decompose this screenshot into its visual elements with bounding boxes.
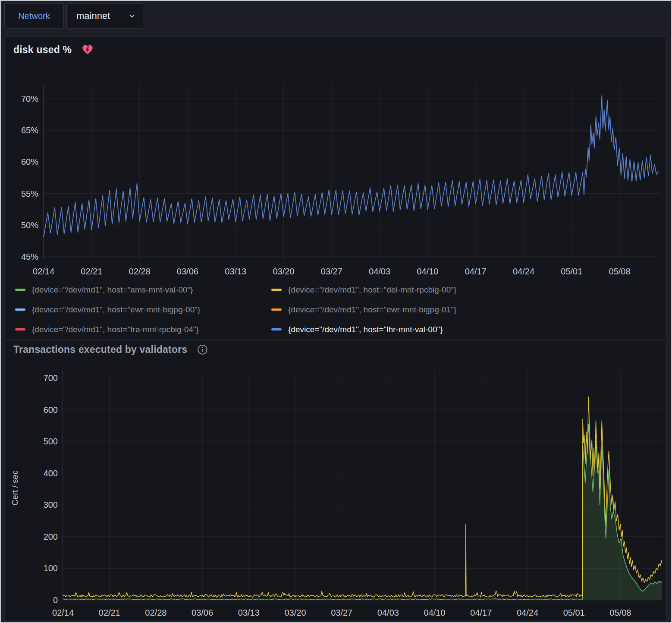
legend-item[interactable]: {device="/dev/md1", host="lhr-mnt-val-00… (271, 322, 456, 337)
legend-item[interactable]: {device="/dev/md1", host="ams-mnt-val-00… (15, 283, 271, 297)
x-tick-label: 02/21 (81, 267, 102, 276)
x-tick-label: 05/08 (609, 608, 631, 617)
y-tick-label: 100 (44, 563, 58, 573)
x-tick-label: 04/03 (377, 608, 399, 617)
panel-title-transactions[interactable]: Transactions executed by validators (13, 344, 187, 356)
x-tick-label: 03/13 (225, 267, 246, 276)
legend-item[interactable]: {device="/dev/md1", host="del-mnt-rpcbig… (271, 283, 456, 297)
heart-break-icon[interactable] (81, 44, 94, 56)
legend-label: {device="/dev/md1", host="del-mnt-rpcbig… (288, 285, 456, 295)
variable-label-box: Network (4, 3, 64, 28)
grafana-dashboard: Network mainnet disk used % 02/1402/2102… (0, 0, 672, 623)
series-color-marker (15, 308, 25, 311)
y-tick-label: 300 (44, 500, 58, 510)
series-color-marker (15, 328, 25, 330)
y-tick-label: 65% (21, 126, 38, 135)
x-tick-label: 04/24 (513, 267, 534, 276)
x-tick-label: 02/14 (52, 608, 74, 617)
x-tick-label: 02/21 (99, 608, 120, 617)
y-tick-label: 45% (21, 252, 38, 261)
transactions-chart-plot[interactable]: 02/1402/2102/2803/0603/1303/2003/2704/03… (5, 359, 666, 620)
series-line-ams-mnt-val-00 (63, 424, 662, 600)
chevron-down-icon (127, 11, 137, 21)
legend-label: {device="/dev/md1", host="lhr-mnt-val-00… (288, 325, 443, 334)
x-tick-label: 03/27 (331, 608, 352, 617)
panel-transactions: Transactions executed by validators 02/1… (4, 341, 667, 620)
x-tick-label: 05/08 (609, 267, 631, 276)
gridlines (62, 371, 662, 600)
y-tick-label: 50% (21, 220, 38, 230)
legend-label: {device="/dev/md1", host="ams-mnt-val-00… (32, 285, 193, 295)
legend-item[interactable]: {device="/dev/md1", host="ewr-mnt-bigpg-… (271, 302, 456, 317)
x-tick-label: 04/17 (465, 267, 487, 276)
series-area-ams-mnt-val-00 (63, 424, 662, 600)
x-tick-label: 02/14 (33, 267, 54, 276)
series-color-marker (271, 308, 282, 311)
legend-label: {device="/dev/md1", host="fra-mnt-rpcbig… (32, 325, 199, 334)
legend-item[interactable]: {device="/dev/md1", host="ewr-mnt-bigpg-… (15, 302, 271, 317)
series-color-marker (271, 328, 282, 330)
x-tick-label: 04/10 (424, 608, 446, 617)
y-tick-label: 600 (44, 405, 58, 415)
disk-used-legend: {device="/dev/md1", host="ams-mnt-val-00… (15, 283, 456, 337)
network-variable-dropdown[interactable]: mainnet (66, 3, 143, 28)
x-tick-label: 04/24 (517, 608, 538, 617)
x-tick-label: 03/20 (284, 608, 306, 617)
series-line-del-mnt-rpcbig-00 (63, 397, 662, 597)
y-axis-label: Cert / sec (10, 470, 19, 505)
x-tick-label: 03/13 (238, 608, 260, 617)
legend-item[interactable]: {device="/dev/md1", host="fra-mnt-rpcbig… (15, 322, 271, 337)
info-circle-icon[interactable] (197, 344, 208, 356)
y-tick-label: 70% (21, 94, 38, 104)
y-tick-label: 55% (21, 189, 38, 198)
panel-disk-used: disk used % 02/1402/2102/2803/0603/1303/… (4, 36, 667, 340)
x-tick-label: 02/28 (145, 608, 166, 617)
y-tick-label: 700 (44, 373, 58, 383)
y-tick-label: 0 (53, 595, 58, 605)
gridlines (44, 84, 660, 259)
x-tick-label: 03/27 (321, 267, 342, 276)
x-tick-label: 05/01 (563, 608, 585, 617)
legend-label: {device="/dev/md1", host="ewr-mnt-bigpg-… (288, 305, 456, 315)
y-tick-label: 60% (21, 157, 38, 167)
y-tick-label: 500 (44, 437, 58, 446)
x-tick-label: 02/28 (129, 267, 151, 276)
variable-label: Network (18, 11, 50, 21)
x-tick-label: 04/17 (470, 608, 492, 617)
x-tick-label: 03/20 (273, 267, 294, 276)
panel-title-disk-used[interactable]: disk used % (13, 44, 72, 56)
x-tick-label: 04/03 (369, 267, 390, 276)
variable-value: mainnet (76, 10, 110, 22)
y-tick-label: 200 (44, 532, 58, 541)
series-color-marker (15, 289, 25, 291)
x-tick-label: 03/06 (177, 267, 198, 276)
x-tick-label: 03/06 (192, 608, 213, 617)
x-tick-label: 05/01 (561, 267, 582, 276)
x-tick-label: 04/10 (417, 267, 438, 276)
series-color-marker (271, 289, 282, 291)
disk-used-chart-plot[interactable]: 02/1402/2102/2803/0603/1303/2003/2704/03… (5, 57, 666, 282)
legend-label: {device="/dev/md1", host="ewr-mnt-bigpg-… (32, 305, 200, 315)
series-line-lhr-mnt-val-00 (44, 96, 658, 237)
y-tick-label: 400 (44, 469, 58, 478)
